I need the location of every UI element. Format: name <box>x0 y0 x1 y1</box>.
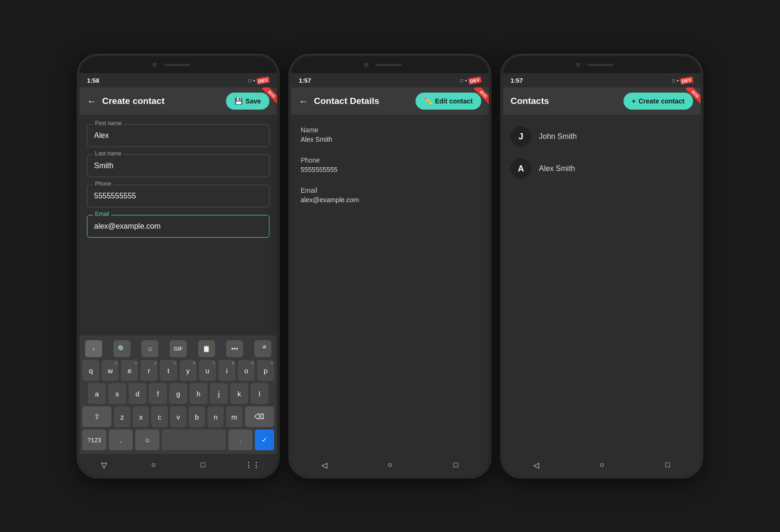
contact-name-john: John Smith <box>539 132 577 141</box>
bottom-nav-3: ◁ ○ □ <box>503 454 701 476</box>
kb-key-o[interactable]: o9 <box>238 360 255 381</box>
status-bar-1: 1:58 □ ▪ DEV <box>79 73 277 87</box>
kb-key-z[interactable]: z <box>114 406 130 427</box>
phone-field[interactable]: Phone <box>87 185 269 207</box>
kb-key-s[interactable]: s <box>108 383 126 404</box>
kb-key-d[interactable]: d <box>129 383 147 404</box>
detail-email-value: alex@example.com <box>301 196 479 204</box>
kb-chevron-btn[interactable]: ‹ <box>85 340 102 357</box>
kb-gif-btn[interactable]: GIF <box>170 340 187 357</box>
detail-name-label: Name <box>301 126 479 134</box>
kb-key-a[interactable]: a <box>88 383 106 404</box>
kb-space-btn[interactable] <box>162 429 226 450</box>
nav-recents-2[interactable]: □ <box>446 455 465 474</box>
kb-key-r[interactable]: r4 <box>140 360 157 381</box>
contacts-header: Contacts BUG + Create contact <box>503 87 701 115</box>
contacts-title: Contacts <box>511 96 624 106</box>
kb-search-btn[interactable]: 🔍 <box>113 340 130 357</box>
battery-icon-3: ▪ <box>677 78 679 83</box>
nav-home-1[interactable]: ○ <box>144 455 163 474</box>
kb-more-btn[interactable]: ••• <box>226 340 243 357</box>
phone-input[interactable] <box>87 185 269 207</box>
contact-name-alex: Alex Smith <box>539 164 575 173</box>
save-button[interactable]: 💾 Save <box>226 93 269 110</box>
kb-key-q[interactable]: q <box>82 360 99 381</box>
kb-key-v[interactable]: v <box>170 406 187 427</box>
create-contact-title: Create contact <box>102 96 226 106</box>
kb-key-f[interactable]: f <box>149 383 167 404</box>
kb-key-t[interactable]: t5 <box>160 360 177 381</box>
email-field[interactable]: Email <box>87 215 269 238</box>
kb-emoji-btn[interactable]: ☺ <box>135 429 159 450</box>
status-time-1: 1:58 <box>87 77 99 84</box>
kb-numeric-btn[interactable]: ?123 <box>82 429 106 450</box>
nav-recents-1[interactable]: □ <box>193 455 212 474</box>
nav-back-3[interactable]: ◁ <box>527 455 546 474</box>
kb-period-btn[interactable]: . <box>228 429 252 450</box>
first-name-field[interactable]: First name <box>87 124 269 147</box>
last-name-input[interactable] <box>87 155 269 177</box>
kb-comma-btn[interactable]: , <box>109 429 133 450</box>
camera-3 <box>576 62 581 67</box>
kb-key-p[interactable]: p0 <box>257 360 274 381</box>
kb-shift-btn[interactable]: ⇧ <box>82 406 112 427</box>
kb-key-y[interactable]: y6 <box>180 360 197 381</box>
debug-badge-3: DEV <box>680 76 693 84</box>
kb-delete-btn[interactable]: ⌫ <box>245 406 274 427</box>
debug-badge-2: DEV <box>468 76 482 84</box>
contact-avatar-john: J <box>511 126 531 147</box>
nav-back-1[interactable]: ▽ <box>95 455 113 474</box>
phone-frame-1: 1:58 □ ▪ DEV ← Create contact BUG 💾 Save… <box>77 53 280 479</box>
kb-key-l[interactable]: l <box>251 383 269 404</box>
contact-item-john[interactable]: J John Smith <box>511 120 693 153</box>
kb-key-k[interactable]: k <box>230 383 248 404</box>
phone-frame-3: 1:57 □ ▪ DEV Contacts BUG + Create conta… <box>500 53 703 479</box>
status-icons-2: □ ▪ DEV <box>460 77 481 84</box>
contact-details-header: ← Contact Details BUG ✏️ Edit contact <box>291 87 489 115</box>
kb-clipboard-btn[interactable]: 📋 <box>198 340 215 357</box>
speaker-1 <box>164 64 190 66</box>
nav-back-2[interactable]: ◁ <box>315 455 334 474</box>
email-input[interactable] <box>87 215 269 237</box>
kb-key-b[interactable]: b <box>189 406 205 427</box>
app-content-3: Contacts BUG + Create contact J John Smi… <box>503 87 701 454</box>
kb-enter-btn[interactable]: ✓ <box>255 429 274 450</box>
kb-sticker-btn[interactable]: ☺ <box>141 340 158 357</box>
kb-key-g[interactable]: g <box>169 383 187 404</box>
edit-label: Edit contact <box>435 97 473 105</box>
kb-key-u[interactable]: u7 <box>199 360 216 381</box>
nav-grid-1[interactable]: ⋮⋮ <box>243 455 262 474</box>
nav-recents-3[interactable]: □ <box>658 455 677 474</box>
nav-home-2[interactable]: ○ <box>381 455 399 474</box>
save-icon: 💾 <box>234 97 243 105</box>
battery-icon: ▪ <box>253 78 255 83</box>
kb-row-4: ?123 , ☺ . ✓ <box>82 429 274 450</box>
kb-key-h[interactable]: h <box>190 383 208 404</box>
kb-key-x[interactable]: x <box>133 406 149 427</box>
first-name-input[interactable] <box>87 125 269 146</box>
status-icons-3: □ ▪ DEV <box>672 77 693 84</box>
kb-key-n[interactable]: n <box>208 406 224 427</box>
kb-row-2: a s d f g h j k l <box>82 383 274 404</box>
create-contact-button[interactable]: + Create contact <box>624 93 693 110</box>
status-time-3: 1:57 <box>511 77 523 84</box>
back-button-2[interactable]: ← <box>299 96 308 106</box>
kb-key-e[interactable]: e3 <box>121 360 138 381</box>
phone-frame-2: 1:57 □ ▪ DEV ← Contact Details BUG ✏️ Ed… <box>288 53 492 479</box>
back-button-1[interactable]: ← <box>87 96 96 106</box>
kb-mic-btn[interactable]: 🎤 <box>254 340 271 357</box>
nav-home-3[interactable]: ○ <box>592 455 611 474</box>
kb-key-j[interactable]: j <box>210 383 228 404</box>
bottom-nav-1: ▽ ○ □ ⋮⋮ <box>79 454 277 476</box>
kb-key-m[interactable]: m <box>226 406 243 427</box>
phone-top-bar-2 <box>291 56 489 73</box>
phone-top-bar-3 <box>503 56 701 73</box>
contact-item-alex[interactable]: A Alex Smith <box>511 153 693 185</box>
kb-key-c[interactable]: c <box>151 406 168 427</box>
kb-key-w[interactable]: w2 <box>102 360 119 381</box>
keyboard-toolbar: ‹ 🔍 ☺ GIF 📋 ••• 🎤 <box>81 338 275 360</box>
keyboard-rows: q w2 e3 r4 t5 y6 u7 i8 o9 p0 a s d f g <box>81 360 275 450</box>
last-name-field[interactable]: Last name <box>87 154 269 177</box>
edit-contact-button[interactable]: ✏️ Edit contact <box>416 93 481 110</box>
kb-key-i[interactable]: i8 <box>218 360 235 381</box>
